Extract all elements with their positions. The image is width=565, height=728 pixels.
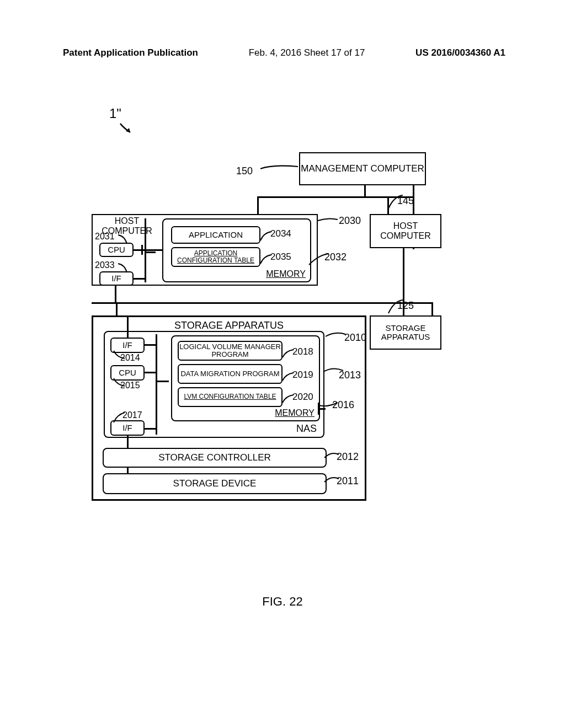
header-right: US 2016/0034360 A1 bbox=[415, 47, 505, 58]
host-if-label: I/F bbox=[111, 274, 121, 283]
storage-right-up bbox=[403, 302, 404, 315]
nas-if-bot-out bbox=[127, 436, 129, 448]
ref-2035-leader-icon bbox=[259, 254, 273, 266]
host-mem-conn bbox=[146, 249, 162, 251]
host-top-up bbox=[257, 196, 259, 214]
net-to-storage bbox=[116, 302, 118, 315]
storage-apparatus-title: STORAGE APPARATUS bbox=[92, 320, 366, 331]
ref-2010: 2010 bbox=[344, 332, 366, 344]
storage-apparatus-right-label: STORAGE APPARATUS bbox=[371, 324, 440, 342]
app-config-table-box: APPLICATION CONFIGURATION TABLE bbox=[171, 247, 260, 267]
ref-2031: 2031 bbox=[95, 232, 115, 242]
figure-caption: FIG. 22 bbox=[0, 595, 565, 609]
ref-2030: 2030 bbox=[339, 215, 361, 227]
ref-2011-leader-icon bbox=[324, 475, 341, 488]
application-label: APPLICATION bbox=[189, 231, 243, 240]
ref-2034-leader-icon bbox=[259, 231, 273, 243]
storage-apparatus-right-box: STORAGE APPARATUS bbox=[370, 315, 441, 350]
data-migration-label: DATA MIGRATION PROGRAM bbox=[180, 370, 279, 378]
ref-125-leader-icon bbox=[386, 300, 403, 315]
ref-2015-leader-icon bbox=[113, 378, 126, 388]
data-migration-box: DATA MIGRATION PROGRAM bbox=[178, 364, 282, 384]
host-right-down bbox=[403, 248, 404, 302]
host-memory-label: MEMORY bbox=[266, 269, 306, 279]
storage-controller-label: STORAGE CONTROLLER bbox=[158, 453, 271, 463]
host-cpu-conn-b bbox=[146, 251, 156, 253]
ref-2020: 2020 bbox=[292, 392, 313, 403]
storage-controller-box: STORAGE CONTROLLER bbox=[103, 448, 327, 468]
host-if-down bbox=[115, 286, 116, 302]
host-cpu-tick bbox=[141, 245, 143, 255]
nas-internal-bus bbox=[156, 334, 157, 435]
ref-2034: 2034 bbox=[270, 228, 291, 239]
nas-cpu-label: CPU bbox=[119, 368, 136, 378]
nas-mem-out-b bbox=[318, 403, 319, 415]
ref-2030-leader-icon bbox=[318, 217, 340, 228]
ref-2033: 2033 bbox=[95, 260, 115, 270]
management-computer-label: MANAGEMENT COMPUTER bbox=[301, 164, 424, 174]
ref-2016-leader-icon bbox=[318, 399, 340, 415]
ref-145-leader-icon bbox=[386, 195, 403, 211]
ref-2032-leader-icon bbox=[309, 254, 331, 270]
ref-2012-leader-icon bbox=[324, 451, 341, 463]
host-computer-right-label: HOST COMPUTER bbox=[371, 221, 440, 240]
ref-2019-leader-icon bbox=[281, 372, 295, 383]
app-config-table-label: APPLICATION CONFIGURATION TABLE bbox=[172, 250, 259, 264]
header-mid: Feb. 4, 2016 Sheet 17 of 17 bbox=[249, 47, 365, 58]
network-145-bus bbox=[92, 302, 433, 304]
ref-2031-leader-icon bbox=[118, 234, 131, 246]
lvm-config-table-box: LVM CONFIGURATION TABLE bbox=[178, 387, 282, 407]
nas-label: NAS bbox=[296, 424, 317, 435]
nas-if-top-out bbox=[127, 315, 129, 338]
host-if-conn bbox=[134, 278, 146, 280]
ref-150-leader-icon bbox=[260, 164, 299, 181]
host-computer-right-box: HOST COMPUTER bbox=[370, 214, 441, 248]
host-cpu-label: CPU bbox=[108, 245, 125, 255]
application-box: APPLICATION bbox=[171, 226, 260, 244]
storage-device-label: STORAGE DEVICE bbox=[173, 479, 257, 489]
ref-2014-leader-icon bbox=[113, 351, 126, 361]
nas-if-top-conn bbox=[145, 344, 157, 346]
diagram-ref-arrow-icon bbox=[118, 121, 135, 138]
storage-right-up2 bbox=[431, 302, 433, 315]
lvm-program-label: LOGICAL VOLUME MANAGER PROGRAM bbox=[179, 343, 281, 359]
ref-2010-leader-icon bbox=[326, 331, 348, 343]
ref-150: 150 bbox=[236, 165, 253, 177]
ref-2017-leader-icon bbox=[113, 413, 126, 425]
nas-memory-label: MEMORY bbox=[275, 408, 315, 418]
host-right-up bbox=[387, 196, 389, 214]
header-left: Patent Application Publication bbox=[63, 47, 198, 58]
ref-2035: 2035 bbox=[270, 251, 291, 263]
ref-2018-leader-icon bbox=[281, 349, 295, 360]
host-top-across bbox=[257, 196, 388, 198]
ref-2018: 2018 bbox=[292, 346, 313, 357]
management-computer-box: MANAGEMENT COMPUTER bbox=[299, 152, 426, 185]
ref-2019: 2019 bbox=[292, 370, 313, 381]
net-145-stub bbox=[364, 185, 366, 197]
lvm-program-box: LOGICAL VOLUME MANAGER PROGRAM bbox=[178, 341, 282, 361]
nas-if-top-label: I/F bbox=[122, 341, 132, 350]
ref-2033-leader-icon bbox=[118, 263, 131, 275]
ref-2013-leader-icon bbox=[323, 366, 345, 384]
nas-mem-conn bbox=[157, 381, 169, 382]
ctrl-to-device bbox=[127, 468, 129, 473]
host-cpu-conn-a bbox=[134, 249, 146, 251]
diagram-reference-label: 1" bbox=[109, 106, 121, 121]
ref-2020-leader-icon bbox=[281, 394, 295, 405]
page-header: Patent Application Publication Feb. 4, 2… bbox=[0, 47, 565, 58]
nas-if-bot-conn bbox=[145, 428, 157, 430]
nas-if-bottom-label: I/F bbox=[122, 424, 132, 433]
lvm-config-table-label: LVM CONFIGURATION TABLE bbox=[184, 393, 276, 400]
storage-device-box: STORAGE DEVICE bbox=[103, 473, 327, 494]
nas-cpu-conn bbox=[145, 372, 157, 373]
